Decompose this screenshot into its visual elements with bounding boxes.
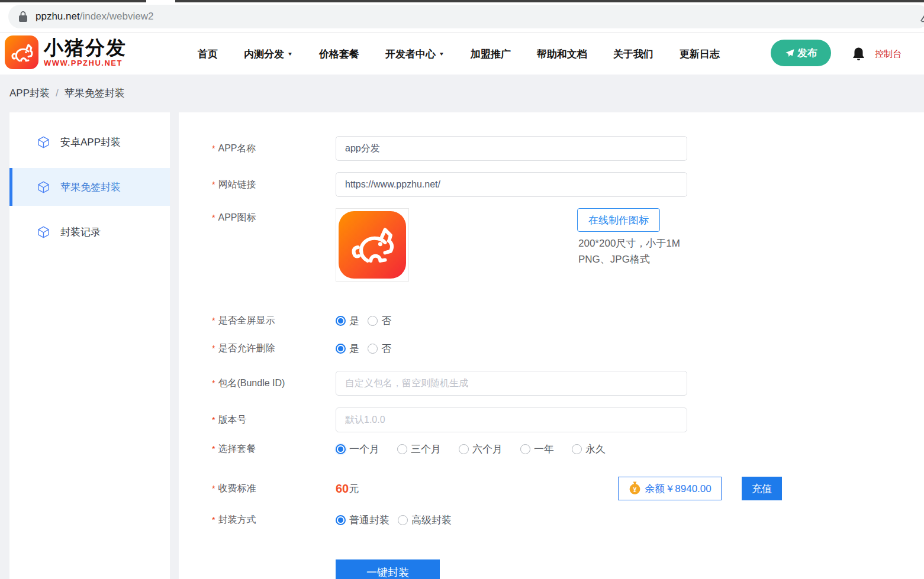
field-label: *封装方式 [212,514,336,526]
field-label: *选择套餐 [212,443,336,455]
price-unit: 元 [349,482,359,496]
form-row-allow-delete: *是否允许删除 是 否 [212,342,912,355]
pig-app-icon [339,211,406,279]
breadcrumb-page: 苹果免签封装 [65,88,125,99]
svg-text:¥: ¥ [633,486,637,493]
required-asterisk: * [212,484,215,493]
radio-unchecked-icon [368,316,378,326]
radio-plan-forever[interactable]: 永久 [572,442,606,456]
cube-icon [37,135,50,149]
form-row-app-name: *APP名称 [212,136,912,161]
money-bag-icon: ¥ [628,481,642,496]
nav-item-home[interactable]: 首页 [198,47,218,61]
required-asterisk: * [212,344,215,353]
field-label: *APP图标 [212,212,336,224]
app-name-input[interactable] [336,136,687,161]
bundle-id-input[interactable] [336,371,687,396]
version-input[interactable] [336,407,687,432]
address-bar[interactable]: ppzhu.net/index/webview2 [8,5,924,28]
required-asterisk: * [212,213,215,222]
app-icon-area: 在线制作图标 200*200尺寸，小于1M PNG、JPG格式 [336,208,912,285]
allow-delete-radio-group: 是 否 [336,342,400,355]
nav-item-pricing[interactable]: 价格套餐 [319,47,359,61]
balance-display[interactable]: ¥ 余额￥8940.00 [618,477,722,500]
sidebar-item-android-package[interactable]: 安卓APP封装 [9,123,170,161]
required-asterisk: * [212,379,215,388]
main-nav: 首页 内测分发▼ 价格套餐 开发者中心▼ 加盟推广 帮助和文档 关于我们 更新日… [198,33,720,75]
make-icon-online-button[interactable]: 在线制作图标 [577,208,660,232]
radio-normal-package[interactable]: 普通封装 [336,513,389,527]
form-row-app-icon: *APP图标 [212,208,912,285]
radio-advanced-package[interactable]: 高级封装 [398,513,452,527]
chevron-down-icon: ▼ [439,51,445,56]
window-frame-strip [175,0,924,2]
url-text: ppzhu.net/index/webview2 [36,11,153,22]
cube-icon [37,180,50,194]
recharge-button[interactable]: 充值 [742,477,782,500]
field-label: *是否允许删除 [212,342,336,355]
form-row-package-type: *封装方式 普通封装 高级封装 [212,513,912,527]
breadcrumb: APP封装/苹果免签封装 [9,86,125,100]
sidebar-item-package-records[interactable]: 封装记录 [9,213,170,251]
one-click-package-button[interactable]: 一键封装 [336,559,440,579]
field-label: *网站链接 [212,179,336,191]
price-area: 60 元 ¥ 余额￥8940.00 充值 [336,477,912,500]
breadcrumb-section[interactable]: APP封装 [9,88,50,99]
radio-unchecked-icon [520,444,530,454]
chevron-down-icon: ▼ [287,51,293,56]
radio-checked-icon [336,515,346,525]
radio-fullscreen-yes[interactable]: 是 [336,314,359,328]
nav-item-developer-center[interactable]: 开发者中心▼ [385,47,445,61]
form-row-bundle-id: *包名(Bundle ID) [212,371,912,396]
radio-unchecked-icon [398,515,408,525]
app-icon-preview[interactable] [336,208,409,282]
site-logo[interactable]: 小猪分发 WWW.PPZHU.NET [5,35,127,69]
nav-item-help-docs[interactable]: 帮助和文档 [537,47,587,61]
nav-item-changelog[interactable]: 更新日志 [680,47,720,61]
logo-title: 小猪分发 [44,38,127,58]
cube-icon [37,225,50,239]
window-frame-strip [0,0,146,2]
radio-allow-delete-yes[interactable]: 是 [336,342,359,355]
sidebar-item-ios-signfree-package[interactable]: 苹果免签封装 [9,168,170,206]
radio-checked-icon [336,344,346,354]
url-host: ppzhu.net [36,11,80,22]
radio-plan-1month[interactable]: 一个月 [336,442,379,456]
nav-item-affiliate[interactable]: 加盟推广 [471,47,511,61]
browser-chrome: ppzhu.net/index/webview2 [0,0,924,33]
radio-plan-1year[interactable]: 一年 [520,442,554,456]
radio-unchecked-icon [368,344,378,354]
form-row-site-url: *网站链接 [212,172,912,197]
required-asterisk: * [212,316,215,325]
console-link[interactable]: 控制台 [875,48,902,60]
publish-button[interactable]: 发布 [771,40,831,66]
nav-item-about-us[interactable]: 关于我们 [613,47,653,61]
radio-unchecked-icon [397,444,407,454]
icon-hint-format: PNG、JPG格式 [578,253,650,266]
field-label: *APP名称 [212,143,336,155]
site-url-input[interactable] [336,172,687,197]
radio-fullscreen-no[interactable]: 否 [368,314,391,328]
url-path: /index/webview2 [80,11,154,22]
logo-subtitle: WWW.PPZHU.NET [44,59,127,67]
pig-logo-icon [5,35,38,69]
field-label: *包名(Bundle ID) [212,377,336,390]
form-row-plan: *选择套餐 一个月 三个月 六个月 一年 永久 [212,442,912,456]
breadcrumb-separator: / [56,88,59,99]
notification-bell-icon[interactable] [852,47,865,61]
fullscreen-radio-group: 是 否 [336,314,400,328]
radio-checked-icon [336,444,346,454]
radio-plan-3months[interactable]: 三个月 [397,442,441,456]
required-asterisk: * [212,415,215,425]
sidebar: 安卓APP封装 苹果免签封装 封装记录 [9,112,170,579]
radio-checked-icon [336,316,346,326]
radio-unchecked-icon [459,444,469,454]
radio-unchecked-icon [572,444,582,454]
required-asterisk: * [212,144,215,153]
radio-allow-delete-no[interactable]: 否 [368,342,391,355]
chrome-divider [0,33,924,33]
radio-plan-6months[interactable]: 六个月 [459,442,503,456]
share-icon-partial[interactable] [920,12,924,22]
required-asterisk: * [212,180,215,189]
nav-item-beta-distribution[interactable]: 内测分发▼ [244,47,293,61]
